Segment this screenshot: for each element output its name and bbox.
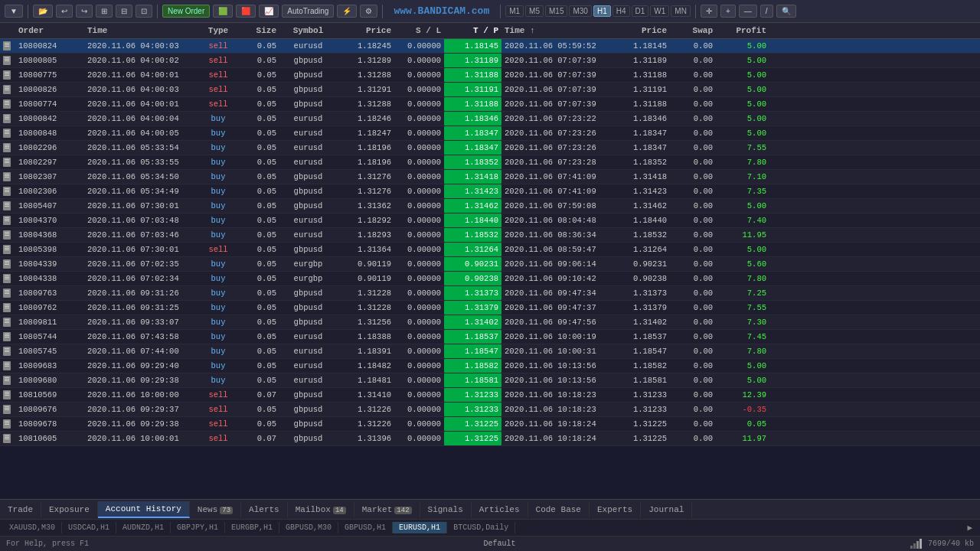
- symbol-tab-gbpusd-h1[interactable]: GBPUSD,H1: [338, 522, 393, 533]
- tab-mailbox[interactable]: Mailbox14: [288, 502, 354, 517]
- table-row[interactable]: 10809683 2020.11.06 09:29:40 buy 0.05 eu…: [0, 359, 980, 373]
- table-row[interactable]: 10804370 2020.11.06 07:03:48 buy 0.05 eu…: [0, 214, 980, 228]
- tf-btn-d1[interactable]: D1: [632, 5, 649, 17]
- row-icon-cell: [0, 83, 15, 96]
- symbol-tab-eurusd-h1[interactable]: EURUSD,H1: [393, 522, 447, 533]
- undo-btn[interactable]: ↩: [56, 5, 73, 18]
- price-cell: 1.31288: [337, 97, 394, 111]
- table-row[interactable]: 10802297 2020.11.06 05:33:55 buy 0.05 eu…: [0, 155, 980, 170]
- symbol-tab-btcusd-daily[interactable]: BTCUSD,Daily: [447, 522, 515, 533]
- table-row[interactable]: 10805745 2020.11.06 07:44:00 buy 0.05 eu…: [0, 344, 980, 359]
- expert-btn[interactable]: ⚡: [337, 5, 357, 18]
- tab-journal[interactable]: Journal: [641, 502, 692, 517]
- table-row[interactable]: 10800824 2020.11.06 04:00:03 sell 0.05 e…: [0, 39, 980, 54]
- tab-account-history[interactable]: Account History: [98, 501, 190, 518]
- close-price-cell: 1.31462: [612, 199, 670, 213]
- symbol-tab-audnzd-h1[interactable]: AUDNZD,H1: [116, 522, 171, 533]
- table-row[interactable]: 10809680 2020.11.06 09:29:38 buy 0.05 eu…: [0, 373, 980, 388]
- table-row[interactable]: 10809676 2020.11.06 09:29:37 sell 0.05 g…: [0, 403, 980, 417]
- tf-btn-m30[interactable]: M30: [569, 5, 591, 17]
- tf-btn-h4[interactable]: H4: [612, 5, 630, 17]
- table-row[interactable]: 10809678 2020.11.06 09:29:38 sell 0.05 g…: [0, 417, 980, 432]
- tp-cell: 1.31462: [444, 199, 501, 213]
- table-row[interactable]: 10800826 2020.11.06 04:00:03 sell 0.05 g…: [0, 83, 980, 97]
- tf-btn-w1[interactable]: W1: [650, 5, 669, 17]
- symbol-tab-eurgbp-h1[interactable]: EURGBP,H1: [225, 522, 279, 533]
- tf-btn-m5[interactable]: M5: [525, 5, 544, 17]
- tab-signals[interactable]: Signals: [420, 502, 472, 517]
- size-cell: 0.05: [241, 286, 279, 300]
- table-row[interactable]: 10805744 2020.11.06 07:43:58 buy 0.05 eu…: [0, 330, 980, 344]
- autotrading-button[interactable]: AutoTrading: [282, 5, 334, 18]
- table-row[interactable]: 10804368 2020.11.06 07:03:46 buy 0.05 eu…: [0, 228, 980, 243]
- tab-experts[interactable]: Experts: [590, 502, 641, 517]
- new-order-button[interactable]: New Order: [162, 5, 210, 18]
- table-row[interactable]: 10809811 2020.11.06 09:33:07 buy 0.05 gb…: [0, 315, 980, 330]
- table-row[interactable]: 10800775 2020.11.06 04:00:01 sell 0.05 g…: [0, 68, 980, 83]
- crosshair-btn[interactable]: ✛: [701, 5, 717, 18]
- table-row[interactable]: 10802306 2020.11.06 05:34:49 buy 0.05 gb…: [0, 184, 980, 199]
- col-close-price[interactable]: Price: [612, 24, 670, 37]
- table-row[interactable]: 10810569 2020.11.06 10:00:00 sell 0.07 g…: [0, 388, 980, 403]
- menu-btn[interactable]: ▼: [5, 5, 23, 18]
- col-order[interactable]: Order: [15, 24, 84, 37]
- size-cell: 0.05: [241, 83, 279, 96]
- col-sl[interactable]: S / L: [394, 24, 444, 37]
- table-row[interactable]: 10800848 2020.11.06 04:00:05 buy 0.05 eu…: [0, 126, 980, 141]
- table-row[interactable]: 10809763 2020.11.06 09:31:26 buy 0.05 gb…: [0, 286, 980, 301]
- col-profit[interactable]: Profit: [716, 24, 769, 37]
- tab-trade[interactable]: Trade: [0, 502, 41, 517]
- col-symbol[interactable]: Symbol: [279, 24, 337, 37]
- buy-btn[interactable]: 🟩: [213, 5, 233, 18]
- tab-exposure[interactable]: Exposure: [41, 502, 98, 517]
- tf-btn-m1[interactable]: M1: [505, 5, 524, 17]
- col-type[interactable]: Type: [195, 24, 241, 37]
- col-close-time[interactable]: Time ↑: [501, 24, 612, 37]
- search-btn[interactable]: 🔍: [776, 5, 796, 18]
- symbol-bar-scroll-right[interactable]: ▶: [962, 523, 977, 533]
- tab-news[interactable]: News73: [190, 502, 241, 517]
- zoom-in-btn[interactable]: +: [720, 5, 736, 18]
- symbol-tab-usdcad-h1[interactable]: USDCAD,H1: [62, 522, 116, 533]
- settings-btn[interactable]: ⚙: [360, 5, 377, 18]
- table-row[interactable]: 10809762 2020.11.06 09:31:25 buy 0.05 gb…: [0, 301, 980, 315]
- tab-code-base[interactable]: Code Base: [528, 502, 590, 517]
- table-body[interactable]: 10800824 2020.11.06 04:00:03 sell 0.05 e…: [0, 39, 980, 499]
- line-btn[interactable]: /: [760, 5, 773, 18]
- col-price[interactable]: Price: [337, 24, 394, 37]
- table-row[interactable]: 10802296 2020.11.06 05:33:54 buy 0.05 eu…: [0, 141, 980, 155]
- table-row[interactable]: 10810605 2020.11.06 10:00:01 sell 0.07 g…: [0, 432, 980, 446]
- table-row[interactable]: 10800774 2020.11.06 04:00:01 sell 0.05 g…: [0, 97, 980, 112]
- chart-btn[interactable]: 📈: [259, 5, 279, 18]
- col-swap[interactable]: Swap: [670, 24, 716, 37]
- symbol-tab-xauusd-m30[interactable]: XAUUSD,M30: [3, 522, 62, 533]
- tf-btn-m15[interactable]: M15: [545, 5, 567, 17]
- tp-cell: 1.31373: [444, 286, 501, 300]
- profiles-btn[interactable]: ⊡: [136, 5, 152, 18]
- close-chart-btn[interactable]: ⊟: [116, 5, 132, 18]
- new-chart-btn[interactable]: ⊞: [96, 5, 113, 18]
- table-row[interactable]: 10800805 2020.11.06 04:00:02 sell 0.05 g…: [0, 54, 980, 68]
- tf-btn-h1[interactable]: H1: [593, 5, 611, 17]
- table-row[interactable]: 10804338 2020.11.06 07:02:34 buy 0.05 eu…: [0, 272, 980, 286]
- table-row[interactable]: 10805398 2020.11.06 07:30:01 sell 0.05 g…: [0, 243, 980, 257]
- table-row[interactable]: 10805407 2020.11.06 07:30:01 buy 0.05 gb…: [0, 199, 980, 214]
- zoom-out-btn[interactable]: —: [739, 5, 757, 18]
- open-btn[interactable]: 📂: [33, 5, 53, 18]
- swap-cell: 0.00: [670, 199, 716, 213]
- col-tp[interactable]: T / P: [444, 24, 501, 37]
- tab-market[interactable]: Market142: [354, 502, 420, 517]
- symbol-tab-gbpusd-m30[interactable]: GBPUSD,M30: [279, 522, 338, 533]
- table-row[interactable]: 10800842 2020.11.06 04:00:04 buy 0.05 eu…: [0, 112, 980, 126]
- symbol-tab-gbpjpy-h1[interactable]: GBPJPY,H1: [171, 522, 225, 533]
- tab-articles[interactable]: Articles: [472, 502, 528, 517]
- sell-btn[interactable]: 🟥: [236, 5, 256, 18]
- profit-cell: 5.00: [716, 68, 769, 82]
- tab-alerts[interactable]: Alerts: [241, 502, 288, 517]
- redo-btn[interactable]: ↪: [76, 5, 93, 18]
- table-row[interactable]: 10802307 2020.11.06 05:34:50 buy 0.05 gb…: [0, 170, 980, 184]
- col-size[interactable]: Size: [241, 24, 279, 37]
- table-row[interactable]: 10804339 2020.11.06 07:02:35 buy 0.05 eu…: [0, 257, 980, 272]
- col-open-time[interactable]: Time: [84, 24, 195, 37]
- tf-btn-mn[interactable]: MN: [671, 5, 691, 17]
